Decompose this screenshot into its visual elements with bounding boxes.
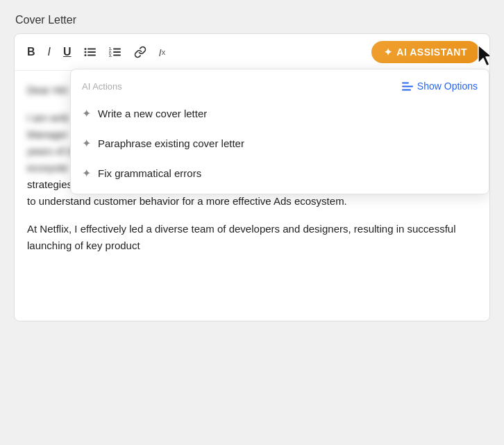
ai-dropdown-panel: AI Actions Show Options ✦ Write a new co… (70, 69, 489, 194)
svg-rect-10 (113, 51, 121, 53)
sparkle-icon-fix: ✦ (82, 167, 91, 180)
italic-button[interactable]: I (45, 45, 53, 59)
svg-rect-14 (402, 85, 413, 87)
svg-rect-9 (113, 49, 121, 50)
svg-text:3.: 3. (109, 53, 112, 57)
svg-rect-11 (113, 55, 121, 56)
svg-rect-4 (87, 51, 96, 53)
svg-rect-13 (402, 82, 409, 83)
dropdown-item-fix-grammar[interactable]: ✦ Fix grammatical errors (71, 158, 489, 188)
blurred-intro-4: ecosyste (27, 162, 68, 174)
svg-rect-3 (87, 49, 96, 50)
ai-actions-label: AI Actions (82, 81, 122, 92)
dropdown-item-write-new-label: Write a new cover letter (98, 108, 207, 119)
svg-marker-12 (478, 45, 490, 66)
sparkle-icon-write: ✦ (82, 107, 91, 120)
toolbar: B I U 1. 2. 3. (15, 34, 489, 71)
show-options-button[interactable]: Show Options (402, 81, 478, 92)
page-container: Cover Letter B I U 1. 2. 3. (14, 14, 490, 321)
underline-button[interactable]: U (60, 45, 74, 59)
svg-point-1 (84, 51, 86, 53)
blurred-intro-3: years of d (27, 145, 73, 157)
bullet-list-button[interactable] (81, 46, 99, 58)
dropdown-item-write-new[interactable]: ✦ Write a new cover letter (71, 99, 489, 128)
page-title: Cover Letter (14, 14, 490, 26)
dropdown-item-fix-grammar-label: Fix grammatical errors (98, 167, 201, 179)
toolbar-right: ✦ AI ASSISTANT (371, 41, 480, 63)
svg-rect-15 (402, 89, 411, 90)
show-options-label: Show Options (417, 81, 478, 92)
show-options-icon (402, 82, 413, 91)
bold-button[interactable]: B (24, 45, 38, 59)
link-button[interactable] (131, 44, 149, 60)
dropdown-header: AI Actions Show Options (71, 75, 489, 99)
blurred-intro-1: I am writi (27, 112, 69, 124)
ordered-list-button[interactable]: 1. 2. 3. (106, 46, 124, 58)
svg-point-0 (84, 48, 86, 50)
blurred-intro-2: Manager (27, 128, 68, 140)
ai-assistant-button[interactable]: ✦ AI ASSISTANT (371, 41, 480, 63)
svg-point-2 (84, 54, 86, 56)
dropdown-item-paraphrase-label: Paraphrase existing cover letter (98, 137, 244, 149)
ai-assistant-label: AI ASSISTANT (396, 47, 467, 58)
editor-wrapper: B I U 1. 2. 3. (14, 33, 490, 321)
paragraph-netflix: At Netflix, I effectively led a diverse … (27, 221, 477, 254)
blurred-greeting: Dear Hiri (27, 84, 68, 96)
svg-rect-5 (87, 55, 96, 56)
clear-format-button[interactable]: Ix (156, 46, 169, 59)
sparkle-icon: ✦ (384, 47, 393, 58)
dropdown-item-paraphrase[interactable]: ✦ Paraphrase existing cover letter (71, 128, 489, 158)
sparkle-icon-paraphrase: ✦ (82, 137, 91, 150)
